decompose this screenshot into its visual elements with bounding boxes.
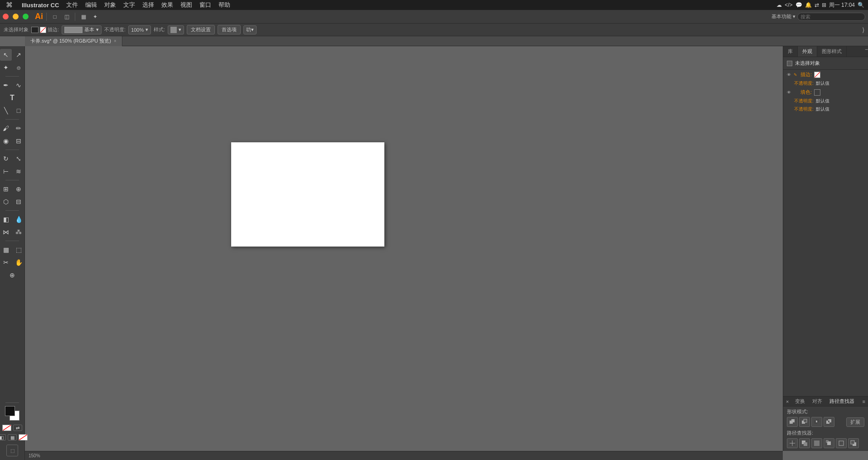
outline-btn[interactable] — [836, 438, 847, 448]
scale-tool[interactable]: ⤡ — [13, 153, 24, 165]
swap-colors-btn[interactable]: ⇄ — [13, 425, 22, 431]
free-transform-tool[interactable]: ⊞ — [0, 183, 12, 195]
rotate-tool[interactable]: ↻ — [0, 153, 12, 165]
extra-dropdown[interactable]: 叻▾ — [243, 25, 257, 34]
direct-select-tool[interactable]: ↗ — [13, 49, 24, 61]
width-tool[interactable]: ⊢ — [0, 165, 12, 177]
magic-wand-tool[interactable]: ✦ — [0, 62, 12, 73]
minus-back-btn[interactable] — [848, 438, 859, 448]
pathfinder-menu-btn[interactable]: ≡ — [860, 397, 868, 406]
code-icon[interactable]: </> — [785, 2, 792, 8]
notification-icon[interactable]: 🔔 — [805, 2, 812, 8]
gradient-tool[interactable]: ◧ — [0, 213, 12, 225]
prefs-btn[interactable]: 首选项 — [218, 25, 241, 34]
pen-tool[interactable]: ✒ — [0, 79, 12, 91]
eraser-tool[interactable]: ⊟ — [13, 135, 24, 147]
search-icon[interactable]: 🔍 — [858, 2, 864, 8]
stroke-panel-swatch[interactable] — [814, 72, 820, 78]
intersect-btn[interactable] — [811, 417, 822, 427]
workspace-label[interactable]: 基本功能 ▾ — [771, 13, 795, 20]
hand-tool[interactable]: ✋ — [13, 257, 24, 268]
menu-object[interactable]: 对象 — [101, 1, 120, 9]
mesh-tool[interactable]: ⊟ — [13, 196, 24, 208]
divide-btn[interactable] — [787, 438, 798, 448]
pathfinder-close-btn[interactable]: × — [783, 397, 791, 406]
paintbrush-tool[interactable]: 🖌 — [0, 122, 12, 134]
fill-visibility-icon[interactable]: 👁 — [787, 90, 791, 95]
fill-panel-swatch[interactable] — [814, 89, 820, 96]
expand-btn[interactable]: 扩展 — [846, 417, 864, 427]
apple-menu[interactable]: ⌘ — [0, 1, 18, 9]
eyedropper-tool[interactable]: 💧 — [13, 213, 24, 225]
extension-icon[interactable]: ⊞ — [822, 2, 826, 8]
line-tool[interactable]: ╲ — [0, 105, 12, 116]
rect-tool[interactable]: □ — [13, 105, 24, 116]
symbol-tool[interactable]: ⁂ — [13, 226, 24, 238]
tab-library[interactable]: 库 — [783, 46, 798, 57]
stroke-visibility-icon[interactable]: 👁 — [787, 73, 791, 77]
pencil-tool[interactable]: ✏ — [13, 122, 24, 134]
gradient-mode-btn[interactable]: ▦ — [8, 434, 17, 441]
new-document-btn[interactable]: □ — [50, 12, 60, 22]
trim-btn[interactable] — [799, 438, 810, 448]
zoom-tool[interactable]: ⊕ — [6, 269, 18, 281]
select-tool[interactable]: ↖ — [0, 49, 12, 61]
tab-close-btn[interactable]: × — [114, 39, 116, 44]
minimize-window-btn[interactable] — [13, 14, 19, 19]
arrange-btn[interactable]: ▦ — [78, 12, 88, 22]
perspective-tool[interactable]: ⬡ — [0, 196, 12, 208]
menu-edit[interactable]: 编辑 — [82, 1, 101, 9]
artboard-tool[interactable]: ⬚ — [13, 244, 24, 256]
tab-graphic-styles[interactable]: 图形样式 — [817, 46, 847, 57]
menu-effect[interactable]: 效果 — [158, 1, 177, 9]
menu-window[interactable]: 窗口 — [196, 1, 215, 9]
pf-tab-align[interactable]: 对齐 — [809, 397, 826, 406]
warp-tool[interactable]: ≋ — [13, 165, 24, 177]
appearance-checkbox[interactable] — [787, 61, 792, 66]
crop-btn[interactable] — [824, 438, 834, 448]
menu-type[interactable]: 文字 — [120, 1, 139, 9]
search-input[interactable] — [797, 13, 865, 21]
pf-tab-transform[interactable]: 变换 — [791, 397, 809, 406]
menu-file[interactable]: 文件 — [63, 1, 82, 9]
color-mode-btn[interactable]: ◧ — [0, 434, 6, 441]
exclude-btn[interactable] — [824, 417, 834, 427]
stroke-none-icon[interactable] — [40, 27, 46, 33]
blend-tool[interactable]: ⋈ — [0, 226, 12, 238]
menu-help[interactable]: 帮助 — [215, 1, 234, 9]
stroke-color-swatch[interactable] — [31, 27, 39, 33]
tab-appearance[interactable]: 外观 — [798, 46, 817, 57]
menu-select[interactable]: 选择 — [139, 1, 158, 9]
merge-btn[interactable] — [811, 438, 822, 448]
curvature-tool[interactable]: ∿ — [13, 79, 24, 91]
stroke-style-dropdown[interactable]: 基本 ▾ — [62, 25, 102, 34]
foreground-color-swatch[interactable] — [5, 406, 15, 416]
pf-tab-pathfinder[interactable]: 路径查找器 — [826, 397, 858, 406]
appearance-panel-collapse-btn[interactable]: − — [865, 46, 868, 57]
close-window-btn[interactable] — [3, 14, 9, 19]
none-mode-icon[interactable] — [19, 434, 28, 441]
maximize-window-btn[interactable] — [23, 14, 29, 19]
opacity-dropdown[interactable]: 100% ▾ — [128, 25, 151, 34]
wechat-icon[interactable]: 💬 — [795, 2, 802, 8]
style-dropdown[interactable]: ▾ — [168, 25, 184, 34]
type-tool[interactable]: T — [6, 92, 18, 104]
column-graph-tool[interactable]: ▦ — [0, 244, 12, 256]
optionsbar-collapse-icon[interactable]: ⟩ — [862, 26, 864, 34]
share-icon[interactable]: ⇄ — [815, 2, 819, 8]
doc-settings-btn[interactable]: 文档设置 — [187, 25, 215, 34]
open-file-btn[interactable]: ◫ — [62, 12, 72, 22]
minus-front-btn[interactable] — [799, 417, 810, 427]
fill-edit-icon[interactable] — [794, 90, 798, 95]
unite-btn[interactable] — [787, 417, 798, 427]
cloud-icon[interactable]: ☁ — [776, 2, 782, 8]
slice-tool[interactable]: ✂ — [0, 257, 12, 268]
menu-view[interactable]: 视图 — [177, 1, 196, 9]
stroke-edit-icon[interactable]: ✎ — [794, 73, 798, 77]
canvas-area[interactable] — [25, 46, 868, 451]
blob-brush-tool[interactable]: ◉ — [0, 135, 12, 147]
lasso-tool[interactable]: ⌾ — [13, 62, 24, 73]
shape-builder-tool[interactable]: ⊕ — [13, 183, 24, 195]
none-color-icon[interactable] — [2, 425, 11, 431]
artboard-resize-btn[interactable]: ⬚ — [6, 445, 18, 456]
